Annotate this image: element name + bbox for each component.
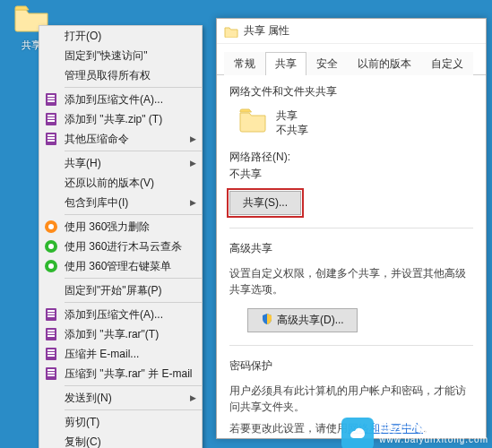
svg-rect-21 (47, 315, 55, 317)
menu-item-label: 管理员取得所有权 (65, 68, 196, 83)
svg-rect-25 (47, 335, 55, 337)
context-menu: 打开(O)固定到"快速访问"管理员取得所有权添加到压缩文件(A)...添加到 "… (39, 25, 203, 448)
360orange-icon (43, 220, 59, 234)
menu-item-360menu[interactable]: 使用 360管理右键菜单 (39, 256, 202, 276)
menu-item-360force[interactable]: 使用 360强力删除 (39, 217, 202, 237)
folder-name: 共享 (276, 108, 308, 123)
menu-item-copy[interactable]: 复制(C) (39, 432, 202, 448)
menu-item-label: 添加到压缩文件(A)... (65, 92, 196, 108)
dialog-title: 共享 属性 (244, 23, 289, 39)
submenu-arrow-icon: ▶ (190, 198, 196, 207)
menu-item-label: 还原以前的版本(V) (65, 176, 196, 191)
folder-icon (238, 108, 267, 134)
menu-item-raremail2[interactable]: 压缩到 "共享.rar" 并 E-mail (39, 364, 202, 383)
title-bar[interactable]: 共享 属性 (217, 19, 486, 44)
svg-rect-28 (47, 352, 55, 354)
menu-item-sendto[interactable]: 发送到(N)▶ (39, 388, 202, 408)
svg-rect-32 (47, 372, 55, 374)
network-path-value: 不共享 (229, 167, 473, 182)
rar-icon (43, 132, 59, 146)
menu-item-label: 包含到库中(I) (65, 195, 190, 211)
tab-general[interactable]: 常规 (224, 52, 265, 75)
blank-icon (43, 195, 59, 210)
section-network-share-title: 网络文件和文件夹共享 (229, 84, 473, 99)
menu-item-admin[interactable]: 管理员取得所有权 (39, 65, 202, 85)
svg-point-15 (48, 244, 54, 249)
svg-rect-1 (47, 95, 55, 97)
blank-icon (43, 68, 59, 82)
menu-item-label: 其他压缩命令 (65, 132, 190, 147)
menu-item-label: 添加到 "共享.rar"(T) (65, 327, 196, 342)
blank-icon (43, 156, 59, 170)
menu-item-open[interactable]: 打开(O) (39, 26, 202, 46)
folder-icon (224, 25, 238, 38)
menu-item-rarA[interactable]: 添加到压缩文件(A)... (39, 305, 202, 324)
menu-item-label: 使用 360管理右键菜单 (65, 259, 196, 274)
svg-rect-19 (47, 310, 55, 312)
360green-icon (43, 259, 59, 273)
svg-rect-29 (47, 355, 55, 357)
submenu-arrow-icon: ▶ (190, 134, 196, 143)
tab-security[interactable]: 安全 (306, 52, 348, 75)
360green-icon (43, 239, 59, 254)
rar-icon (43, 92, 59, 107)
blank-icon (43, 283, 59, 297)
menu-item-label: 剪切(T) (65, 415, 196, 430)
svg-rect-9 (47, 134, 55, 136)
svg-rect-7 (47, 120, 55, 122)
menu-item-share[interactable]: 共享(H)▶ (39, 153, 202, 173)
menu-item-label: 压缩并 E-mail... (65, 347, 196, 362)
watermark-title: 白云一键重装系统 (379, 421, 488, 434)
menu-item-addzipA[interactable]: 添加到压缩文件(A)... (39, 90, 202, 109)
svg-rect-10 (47, 137, 55, 139)
tab-previous-versions[interactable]: 以前的版本 (348, 52, 421, 75)
section-pwd-title: 密码保护 (229, 358, 473, 374)
menu-item-label: 添加到压缩文件(A)... (65, 307, 196, 323)
menu-item-label: 固定到"开始"屏幕(P) (65, 283, 196, 298)
tab-custom[interactable]: 自定义 (421, 52, 473, 75)
blank-icon (43, 415, 59, 429)
menu-item-include[interactable]: 包含到库中(I)▶ (39, 193, 202, 212)
svg-rect-33 (47, 375, 55, 376)
watermark-logo (341, 418, 374, 448)
share-state: 不共享 (276, 123, 308, 137)
rar-icon (43, 307, 59, 322)
tab-sharing[interactable]: 共享 (265, 52, 306, 75)
menu-item-label: 共享(H) (65, 156, 190, 171)
rar-icon (43, 112, 59, 126)
svg-point-13 (48, 224, 54, 229)
properties-dialog: 共享 属性 常规 共享 安全 以前的版本 自定义 网络文件和文件夹共享 共享 不… (216, 18, 487, 439)
divider (229, 345, 473, 346)
svg-rect-5 (47, 115, 55, 116)
svg-rect-6 (47, 117, 55, 119)
rar-icon (43, 347, 59, 361)
menu-item-cut[interactable]: 剪切(T) (39, 412, 202, 432)
menu-item-rarT[interactable]: 添加到 "共享.rar"(T) (39, 324, 202, 344)
menu-separator (65, 385, 202, 386)
menu-item-label: 添加到 "共享.zip" (T) (65, 112, 196, 127)
pwd-desc-1: 用户必须具有此计算机的用户帐户和密码，才能访问共享文件夹。 (229, 383, 473, 415)
tab-body: 网络文件和文件夹共享 共享 不共享 网络路径(N): 不共享 共享(S)... … (217, 75, 486, 445)
watermark: 白云一键重装系统 www.baiyunxitong.com (341, 418, 488, 448)
menu-item-prevver[interactable]: 还原以前的版本(V) (39, 173, 202, 193)
svg-rect-3 (47, 100, 55, 102)
share-button[interactable]: 共享(S)... (229, 191, 301, 215)
menu-item-label: 固定到"快速访问" (65, 48, 196, 64)
blank-icon (43, 391, 59, 405)
svg-rect-2 (47, 98, 55, 99)
menu-item-pin[interactable]: 固定到"快速访问" (39, 46, 202, 65)
advanced-share-button[interactable]: 高级共享(D)... (247, 308, 358, 332)
shield-icon (261, 313, 273, 328)
submenu-arrow-icon: ▶ (190, 393, 196, 402)
menu-item-label: 压缩到 "共享.rar" 并 E-mail (65, 366, 196, 382)
menu-item-addzipT[interactable]: 添加到 "共享.zip" (T) (39, 109, 202, 129)
menu-item-360scan[interactable]: 使用 360进行木马云查杀 (39, 237, 202, 256)
menu-item-otherzip[interactable]: 其他压缩命令▶ (39, 129, 202, 149)
blank-icon (43, 29, 59, 43)
highlight-box: 共享(S)... (229, 191, 301, 215)
blank-icon (43, 48, 59, 63)
menu-item-raremail[interactable]: 压缩并 E-mail... (39, 344, 202, 364)
svg-point-17 (48, 263, 54, 269)
menu-item-pinstart[interactable]: 固定到"开始"屏幕(P) (39, 280, 202, 300)
svg-rect-20 (47, 313, 55, 314)
